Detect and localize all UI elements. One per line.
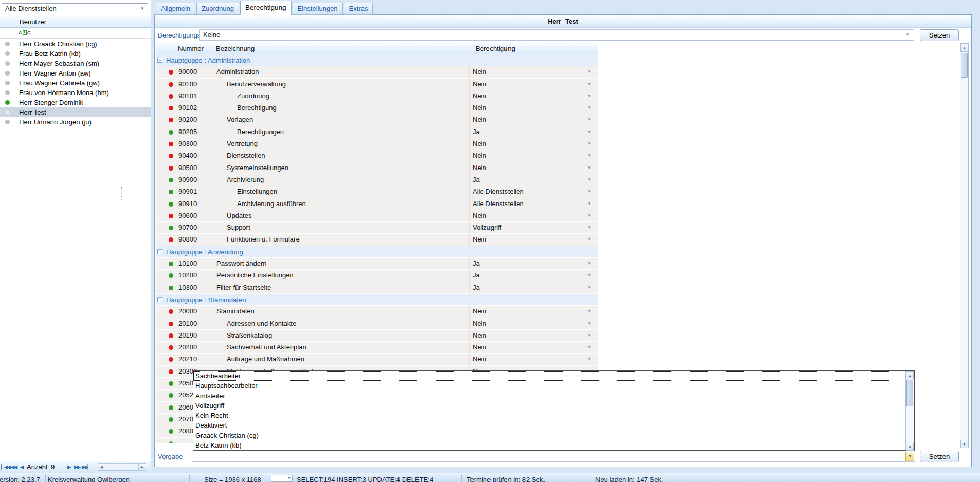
column-header-bezeichnung[interactable]: Bezeichnung: [213, 43, 473, 54]
table-row[interactable]: 90101 Zuordnung Nein▼: [156, 90, 598, 102]
vorgabe-combobox[interactable]: ▼: [192, 451, 915, 462]
chevron-down-icon[interactable]: ▼: [587, 210, 591, 221]
table-group-row[interactable]: − Hauptguppe : Stammdaten: [156, 294, 598, 306]
row-permission-cell[interactable]: Alle Dienststellen▼: [470, 198, 595, 210]
table-row[interactable]: 90400 Dienststellen Nein▼: [156, 150, 598, 162]
row-permission-cell[interactable]: Nein▼: [470, 114, 595, 125]
chevron-down-icon[interactable]: ▼: [287, 475, 291, 481]
row-permission-cell[interactable]: Nein▼: [470, 138, 595, 150]
table-row[interactable]: 90700 Support Vollzugriff▼: [156, 222, 598, 234]
table-row[interactable]: 90000 Administration Nein▼: [156, 66, 598, 78]
row-permission-cell[interactable]: Ja▼: [470, 258, 595, 269]
chevron-down-icon[interactable]: ▼: [587, 258, 591, 269]
chevron-down-icon[interactable]: ▼: [587, 138, 591, 150]
dropdown-option[interactable]: Amtsleiter: [193, 391, 903, 401]
chevron-down-icon[interactable]: ▼: [587, 234, 591, 245]
template-combobox[interactable]: Keine ▼: [199, 29, 914, 41]
row-permission-cell[interactable]: Nein▼: [470, 342, 595, 353]
table-row[interactable]: 90300 Vertretung Nein▼: [156, 138, 598, 150]
chevron-down-icon[interactable]: ▼: [587, 114, 591, 125]
row-permission-cell[interactable]: Nein▼: [470, 354, 595, 365]
scroll-right-icon[interactable]: ▶: [138, 464, 146, 470]
office-filter-combobox[interactable]: Alle Dienststellen ▼: [2, 3, 148, 14]
row-permission-cell[interactable]: Alle Dienststellen▼: [470, 186, 595, 197]
table-row[interactable]: 90600 Updates Nein▼: [156, 210, 598, 222]
table-row[interactable]: 90800 Funktionen u. Formulare Nein▼: [156, 234, 598, 246]
tab[interactable]: Berechtigung: [240, 1, 292, 15]
scroll-up-icon[interactable]: ▲: [906, 372, 914, 379]
chevron-down-icon[interactable]: ▼: [587, 126, 591, 138]
table-group-row[interactable]: − Hauptguppe : Administration: [156, 54, 598, 66]
chevron-down-icon[interactable]: ▼: [587, 90, 591, 102]
dropdown-option[interactable]: Graack Christian (cg): [193, 431, 903, 440]
scrollbar-thumb[interactable]: [906, 380, 913, 406]
column-header-indicator[interactable]: [156, 43, 175, 54]
user-list-item[interactable]: Herr Graack Christian (cg): [0, 39, 151, 49]
row-permission-cell[interactable]: Nein▼: [470, 66, 595, 78]
collapse-icon[interactable]: −: [157, 58, 162, 63]
table-row[interactable]: 20000 Stammdaten Nein▼: [156, 306, 598, 318]
table-row[interactable]: 90500 Systemeinstellungen Nein▼: [156, 162, 598, 174]
table-row[interactable]: 10100 Passwort ändern Ja▼: [156, 258, 598, 270]
table-row[interactable]: 90900 Archivierung Ja▼: [156, 174, 598, 186]
chevron-down-icon[interactable]: ▼: [140, 4, 144, 14]
chevron-down-icon[interactable]: ▼: [587, 354, 591, 365]
column-header-nummer[interactable]: Nummer: [175, 43, 213, 54]
user-list-item[interactable]: Herr Wagner Anton (aw): [0, 68, 151, 78]
table-row[interactable]: 20200 Sachverhalt und Aktenplan Nein▼: [156, 342, 598, 354]
move-last-icon[interactable]: ▶▶▏: [82, 461, 90, 473]
column-header-berechtigung[interactable]: Berechtigung: [473, 43, 598, 54]
user-list-item[interactable]: Frau von Hörmann Mona (hm): [0, 88, 151, 98]
row-permission-cell[interactable]: Vollzugriff▼: [470, 222, 595, 233]
user-filter-row[interactable]: ABC: [0, 28, 151, 39]
vorgabe-dropdown-button[interactable]: ▼: [905, 452, 914, 461]
table-row[interactable]: 90910 Archivierung ausführen Alle Dienst…: [156, 198, 598, 210]
row-permission-cell[interactable]: Nein▼: [470, 90, 595, 102]
table-row[interactable]: 10200 Persönliche Einstellungen Ja▼: [156, 270, 598, 282]
status-combobox[interactable]: ▼: [271, 475, 293, 482]
chevron-down-icon[interactable]: ▼: [587, 174, 591, 186]
user-list-item[interactable]: Herr Urmann Jürgen (ju): [0, 117, 151, 127]
table-row[interactable]: 20100 Adressen und Kontakte Nein▼: [156, 318, 598, 330]
row-permission-cell[interactable]: Ja▼: [470, 270, 595, 281]
row-permission-cell[interactable]: Ja▼: [470, 282, 595, 293]
chevron-down-icon[interactable]: ▼: [587, 162, 591, 174]
move-first-icon[interactable]: ▏◀◀: [1, 461, 9, 473]
chevron-down-icon[interactable]: ▼: [587, 342, 591, 353]
scrollbar-thumb[interactable]: [961, 53, 968, 78]
tab[interactable]: Allgemein: [156, 3, 195, 15]
splitter-grip[interactable]: [121, 187, 124, 200]
prev-icon[interactable]: ◀: [19, 461, 24, 473]
dropdown-option[interactable]: Vollzugriff: [193, 401, 903, 411]
chevron-down-icon[interactable]: ▼: [587, 186, 591, 197]
table-row[interactable]: 90100 Benutzerverwaltung Nein▼: [156, 79, 598, 90]
table-group-row[interactable]: − Hauptguppe : Anwendung: [156, 246, 598, 258]
chevron-down-icon[interactable]: ▼: [587, 102, 591, 114]
row-permission-cell[interactable]: Nein▼: [470, 306, 595, 317]
table-row[interactable]: 90200 Vorlagen Nein▼: [156, 114, 598, 126]
row-permission-cell[interactable]: Nein▼: [470, 162, 595, 174]
dropdown-option[interactable]: Betz Katrin (kb): [193, 440, 903, 450]
next-icon[interactable]: ▶: [66, 461, 71, 473]
row-permission-cell[interactable]: Nein▼: [470, 318, 595, 329]
tab[interactable]: Extras: [344, 3, 373, 15]
dropdown-option[interactable]: Kein Recht: [193, 411, 903, 420]
fast-next-icon[interactable]: ▶▶: [73, 461, 81, 473]
scroll-down-icon[interactable]: ▼: [960, 440, 968, 448]
set-default-button[interactable]: Setzen: [920, 451, 959, 462]
collapse-icon[interactable]: −: [157, 249, 162, 254]
user-list-item[interactable]: Frau Betz Katrin (kb): [0, 49, 151, 59]
chevron-down-icon[interactable]: ▼: [587, 198, 591, 210]
table-row[interactable]: 10300 Filter für Startseite Ja▼: [156, 282, 598, 294]
chevron-down-icon[interactable]: ▼: [587, 270, 591, 281]
row-permission-cell[interactable]: Nein▼: [470, 234, 595, 245]
table-row[interactable]: 20210 Aufträge und Maßnahmen Nein▼: [156, 354, 598, 365]
row-permission-cell[interactable]: Nein▼: [470, 210, 595, 221]
vertical-scrollbar[interactable]: ▲ ▼: [960, 43, 969, 448]
user-list-item[interactable]: Herr Mayer Sebastian (sm): [0, 59, 151, 68]
set-template-button[interactable]: Setzen: [920, 29, 959, 41]
row-permission-cell[interactable]: Ja▼: [470, 174, 595, 186]
chevron-down-icon[interactable]: ▼: [587, 282, 591, 293]
chevron-down-icon[interactable]: ▼: [587, 66, 591, 78]
user-list-item[interactable]: Herr Stenger Dominik: [0, 98, 151, 107]
